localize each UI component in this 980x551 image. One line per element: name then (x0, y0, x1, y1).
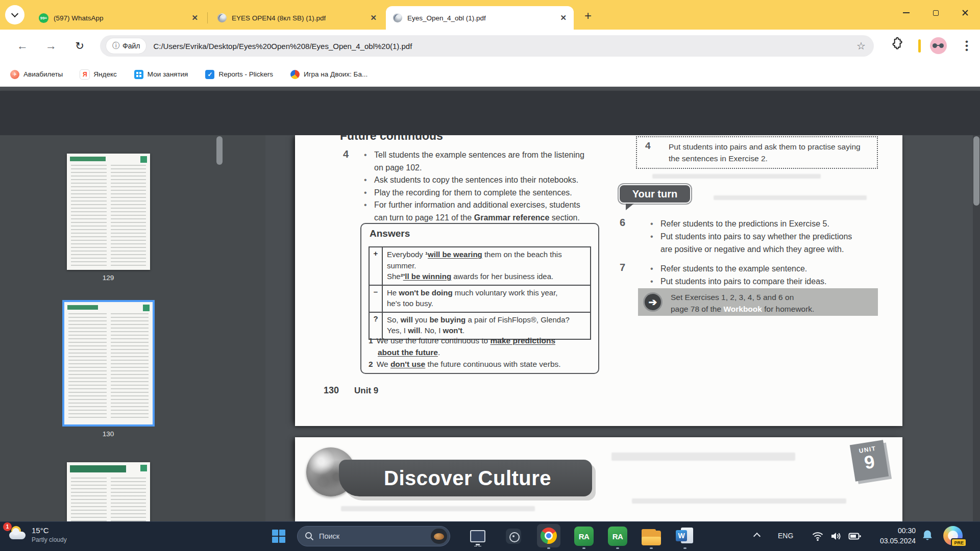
print-bleed (652, 174, 821, 179)
thumbnail-header-accent (70, 465, 126, 472)
chevron-up-icon (753, 533, 761, 540)
airplane-icon: ✈ (10, 70, 19, 79)
grammar-note: 2We don't use the future continuous with… (369, 360, 561, 369)
thumbnail-unit-accent (143, 305, 150, 311)
taskbar-app-monitor[interactable] (468, 526, 488, 546)
table-row-question: ? So, will you be buying a pair of FishF… (370, 313, 590, 339)
answers-title: Answers (370, 228, 410, 239)
camera-icon (506, 529, 521, 544)
thumbnail-header-accent (67, 305, 98, 310)
reload-button[interactable]: ↻ (69, 36, 90, 56)
copilot-button[interactable]: PRE (943, 526, 963, 545)
language-indicator[interactable]: ENG (778, 532, 793, 540)
battery-indicator[interactable] (848, 532, 862, 543)
answers-box: Answers + Everybody ¹will be wearing the… (360, 223, 599, 374)
table-row-negative: – He won't be doing much voluntary work … (370, 286, 590, 313)
tab-eyes-open4[interactable]: EYES OPEN4 (8кл SB) (1).pdf ✕ (210, 6, 384, 30)
bookmark-igra-na-dvoih[interactable]: Игра на Двоих: Ба... (290, 70, 368, 79)
battery-icon (848, 532, 862, 541)
sidebar-scrollbar-thumb[interactable] (216, 136, 223, 165)
copilot-pre-badge: PRE (951, 538, 967, 547)
close-icon[interactable]: ✕ (370, 13, 377, 22)
exercise-number: 4 (645, 140, 651, 152)
browser-tab-strip: 99+ (597) WhatsApp ✕ EYES OPEN4 (8кл SB)… (0, 0, 980, 30)
exercise-6-text: Refer students to the predictions in Exe… (660, 217, 852, 256)
weather-condition: Partly cloudy (32, 536, 67, 543)
tray-overflow-button[interactable] (754, 531, 760, 539)
wifi-indicator[interactable] (812, 531, 824, 544)
close-window-button[interactable] (950, 0, 980, 26)
bookmark-moi-zanyatiya[interactable]: Мои занятия (134, 70, 188, 79)
print-bleed (714, 195, 867, 200)
pdf-globe-icon (217, 13, 227, 22)
discover-culture-banner: Discover Culture (339, 460, 592, 496)
bookmark-plickers[interactable]: ✓Reports - Plickers (205, 70, 273, 79)
profile-avatar[interactable] (930, 37, 947, 54)
tab-search-button[interactable] (5, 5, 24, 24)
pdf-globe-icon (393, 13, 402, 22)
url-scheme-chip[interactable]: ⓘ Файл (106, 38, 146, 54)
grammar-note: about the future. (378, 348, 440, 357)
bookmark-aviabilety[interactable]: ✈Авиабилеты (10, 70, 63, 79)
taskbar-app-ra-1[interactable]: RA (574, 526, 594, 546)
scrollbar-thumb[interactable] (973, 136, 979, 206)
taskbar-app-camera[interactable] (503, 526, 524, 546)
tab-eyes-open-4-obl-active[interactable]: Eyes_Open_4_obl (1).pdf ✕ (386, 6, 574, 30)
notification-center-button[interactable] (921, 529, 934, 545)
minimize-button[interactable] (891, 0, 921, 26)
taskbar-search-box[interactable]: Поиск (297, 526, 450, 546)
close-icon (962, 9, 969, 16)
browser-menu-button[interactable]: ••• (961, 40, 973, 52)
clock-time: 00:30 (867, 525, 916, 536)
homework-box: ➔ Set Exercises 1, 2, 3, 4, 5 and 6 on p… (638, 288, 878, 316)
forward-button[interactable]: → (41, 36, 61, 56)
pdf-page-131: Discover Culture UNIT 9 (295, 437, 902, 521)
exercise-7-text: Refer students to the example sentence. … (660, 262, 827, 288)
wifi-icon (812, 531, 824, 542)
new-tab-button[interactable]: + (581, 9, 595, 23)
running-app-dot (582, 547, 585, 549)
back-button[interactable]: ← (12, 36, 33, 56)
taskbar-app-explorer[interactable] (641, 527, 662, 547)
taskbar-app-ra-2[interactable]: RA (607, 526, 628, 546)
ra-app-icon: RA (574, 527, 594, 546)
close-icon[interactable]: ✕ (191, 13, 198, 22)
bookmark-star-icon[interactable]: ☆ (856, 40, 866, 52)
bookmarks-bar: ✈Авиабилеты ЯЯндекс Мои занятия ✓Reports… (0, 62, 980, 87)
section-heading: Future continuous (340, 135, 443, 143)
pdf-viewer-area: 129 130 Future continuous 4 Tell student… (0, 135, 980, 521)
address-bar[interactable]: ⓘ Файл C:/Users/Evrika/Desktop/Eyes%20Op… (100, 35, 874, 57)
taskbar-clock[interactable]: 00:30 03.05.2024 (867, 525, 916, 546)
arrow-right-icon: ➔ (643, 292, 663, 312)
taskbar-app-chrome[interactable] (538, 525, 559, 546)
thumbnail-unit-accent (140, 465, 147, 471)
search-highlight-image[interactable] (431, 529, 447, 544)
minimize-icon (903, 12, 910, 13)
taskbar-app-word[interactable]: W (675, 526, 695, 546)
maximize-button[interactable] (921, 0, 950, 26)
search-icon (305, 532, 314, 541)
volume-icon (830, 531, 842, 542)
bell-icon (921, 529, 934, 543)
unit-footer: Unit 9 (354, 386, 378, 396)
start-button[interactable] (268, 526, 289, 546)
browser-toolbar: ← → ↻ ⓘ Файл C:/Users/Evrika/Desktop/Eye… (0, 30, 980, 62)
tab-whatsapp[interactable]: 99+ (597) WhatsApp ✕ (32, 6, 205, 30)
page-thumbnail-129[interactable] (67, 154, 150, 270)
windows-logo-icon (272, 530, 285, 543)
homework-text: Set Exercises 1, 2, 3, 4, 5 and 6 on pag… (671, 291, 814, 315)
yandex-icon: Я (80, 70, 89, 79)
tab-divider (207, 12, 208, 23)
url-text[interactable]: C:/Users/Evrika/Desktop/Eyes%20Open%208/… (153, 42, 412, 51)
volume-indicator[interactable] (830, 531, 842, 544)
close-icon[interactable]: ✕ (560, 13, 567, 22)
page-thumbnail-131[interactable] (67, 462, 150, 521)
page-thumbnail-130-selected[interactable] (64, 302, 153, 424)
bookmark-yandex[interactable]: ЯЯндекс (80, 70, 116, 79)
pinned-extension-indicator (918, 39, 921, 53)
extensions-button[interactable] (890, 37, 903, 52)
info-icon: ⓘ (112, 41, 119, 51)
folder-icon (642, 529, 661, 545)
chevron-down-icon (11, 10, 18, 17)
exercise-number: 7 (620, 262, 625, 273)
